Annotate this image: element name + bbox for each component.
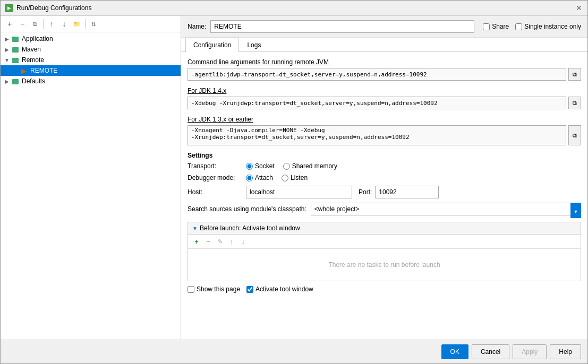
show-page-label[interactable]: Show this page	[188, 285, 240, 293]
defaults-icon	[11, 77, 20, 85]
close-button[interactable]: ✕	[575, 4, 583, 12]
transport-socket-text: Socket	[255, 162, 275, 170]
cmd-input-main[interactable]	[188, 68, 566, 81]
debugger-attach-text: Attach	[255, 174, 273, 181]
port-input[interactable]	[375, 186, 439, 198]
before-launch-empty: There are no tasks to run before launch	[188, 249, 581, 281]
debugger-listen-label[interactable]: Listen	[282, 174, 308, 181]
expand-arrow-remote: ▼	[3, 57, 11, 63]
debugger-listen-text: Listen	[291, 174, 308, 181]
bl-up-button[interactable]: ↑	[226, 236, 237, 247]
share-options: Share Single instance only	[483, 23, 581, 30]
tree-item-remote[interactable]: ▼ Remote	[1, 55, 181, 65]
activate-window-text: Activate tool window	[255, 285, 313, 293]
sort-button[interactable]: ⇅	[88, 18, 99, 30]
share-checkbox-label[interactable]: Share	[483, 23, 509, 30]
tree-item-remote-config[interactable]: ▶ REMOTE	[1, 65, 181, 76]
bl-add-button[interactable]: +	[191, 236, 202, 247]
before-launch-header[interactable]: ▼ Before launch: Activate tool window	[188, 222, 581, 235]
share-label: Share	[492, 23, 509, 30]
collapse-arrow-icon: ▼	[192, 226, 198, 231]
jdk14-label: For JDK 1.4.x	[188, 87, 581, 94]
host-input[interactable]	[246, 186, 352, 198]
help-button[interactable]: Help	[550, 344, 581, 359]
transport-socket-radio[interactable]	[246, 163, 253, 170]
settings-title: Settings	[188, 152, 581, 159]
expand-arrow-maven: ▶	[3, 47, 11, 53]
tab-bar: Configuration Logs	[181, 38, 587, 52]
tree-item-defaults[interactable]: ▶ Defaults	[1, 76, 181, 86]
ok-button[interactable]: OK	[441, 344, 468, 359]
copy-button[interactable]: ⧉	[29, 18, 41, 30]
show-page-text: Show this page	[197, 285, 240, 293]
debugger-attach-label[interactable]: Attach	[246, 174, 273, 181]
cmd-row-main: ⧉	[188, 68, 581, 81]
debugger-mode-row: Debugger mode: Attach Listen	[188, 174, 581, 181]
share-checkbox[interactable]	[483, 23, 490, 30]
activate-window-checkbox[interactable]	[246, 286, 253, 293]
activate-window-label[interactable]: Activate tool window	[246, 285, 313, 293]
host-label: Host:	[188, 188, 246, 196]
tab-logs[interactable]: Logs	[239, 38, 269, 52]
cmd-input-jdk14[interactable]	[188, 97, 566, 109]
apply-button[interactable]: Apply	[513, 344, 547, 359]
name-input[interactable]	[210, 20, 474, 33]
single-instance-checkbox[interactable]	[515, 23, 522, 30]
svg-rect-4	[12, 79, 19, 84]
right-panel: Name: Share Single instance only Configu…	[181, 16, 587, 340]
classpath-wrapper: <whole project>	[311, 203, 581, 215]
tree-item-defaults-label: Defaults	[22, 77, 178, 85]
cmd-row-jdk14: ⧉	[188, 97, 581, 109]
tree-item-maven-label: Maven	[22, 46, 178, 53]
tree-item-application-label: Application	[22, 35, 178, 42]
transport-shared-label[interactable]: Shared memory	[283, 162, 337, 170]
cancel-button[interactable]: Cancel	[472, 344, 509, 359]
separator-2	[85, 19, 86, 29]
tree-item-application[interactable]: ▶ Application	[1, 33, 181, 44]
bl-remove-button[interactable]: −	[203, 236, 214, 247]
tree-item-maven[interactable]: ▶ Maven	[1, 44, 181, 55]
single-instance-checkbox-label[interactable]: Single instance only	[515, 23, 581, 30]
classpath-select[interactable]: <whole project>	[311, 203, 581, 215]
footer: OK Cancel Apply Help	[1, 340, 587, 363]
bottom-options: Show this page Activate tool window	[188, 285, 581, 293]
copy-btn-jdk14[interactable]: ⧉	[568, 97, 581, 109]
titlebar-left: ▶ Run/Debug Configurations	[5, 4, 91, 12]
host-port-row: Host: Port:	[188, 186, 581, 198]
name-row: Name: Share Single instance only	[181, 16, 587, 38]
cmd-block-jdk14: For JDK 1.4.x ⧉	[188, 87, 581, 109]
add-button[interactable]: +	[4, 18, 15, 30]
remote-config-icon: ▶	[20, 66, 28, 75]
transport-socket-label[interactable]: Socket	[246, 162, 275, 170]
copy-btn-main[interactable]: ⧉	[568, 68, 581, 81]
before-launch-section: ▼ Before launch: Activate tool window + …	[188, 222, 581, 281]
tree-toolbar: + − ⧉ ↑ ↓ 📁 ⇅	[1, 16, 181, 32]
debugger-listen-radio[interactable]	[282, 175, 288, 181]
debugger-attach-radio[interactable]	[246, 175, 253, 181]
maven-icon	[11, 45, 20, 54]
separator-1	[43, 19, 44, 29]
jdk13-label: For JDK 1.3.x or earlier	[188, 116, 581, 123]
transport-radio-group: Socket Shared memory	[246, 162, 337, 170]
bl-edit-button[interactable]: ✎	[215, 236, 225, 247]
move-up-button[interactable]: ↑	[46, 18, 57, 30]
tree-item-remote-config-label: REMOTE	[30, 67, 178, 74]
no-tasks-label: There are no tasks to run before launch	[328, 261, 440, 268]
classpath-row: Search sources using module's classpath:…	[188, 203, 581, 215]
expand-arrow-application: ▶	[3, 36, 11, 42]
move-down-button[interactable]: ↓	[58, 18, 70, 30]
cmd-input-jdk13[interactable]: -Xnoagent -Djava.compiler=NONE -Xdebug -…	[188, 125, 566, 145]
bl-down-button[interactable]: ↓	[238, 236, 249, 247]
folder-button[interactable]: 📁	[71, 18, 83, 30]
transport-row: Transport: Socket Shared memory	[188, 162, 581, 170]
before-launch-toolbar: + − ✎ ↑ ↓	[188, 235, 581, 249]
debugger-label: Debugger mode:	[188, 174, 246, 181]
cmd-label: Command line arguments for running remot…	[188, 58, 581, 66]
window-title: Run/Debug Configurations	[16, 4, 91, 12]
copy-btn-jdk13[interactable]: ⧉	[568, 125, 581, 145]
show-page-checkbox[interactable]	[188, 286, 194, 293]
tab-configuration[interactable]: Configuration	[185, 38, 239, 52]
classpath-label: Search sources using module's classpath:	[188, 205, 306, 213]
remove-button[interactable]: −	[16, 18, 28, 30]
transport-shared-radio[interactable]	[283, 163, 290, 170]
